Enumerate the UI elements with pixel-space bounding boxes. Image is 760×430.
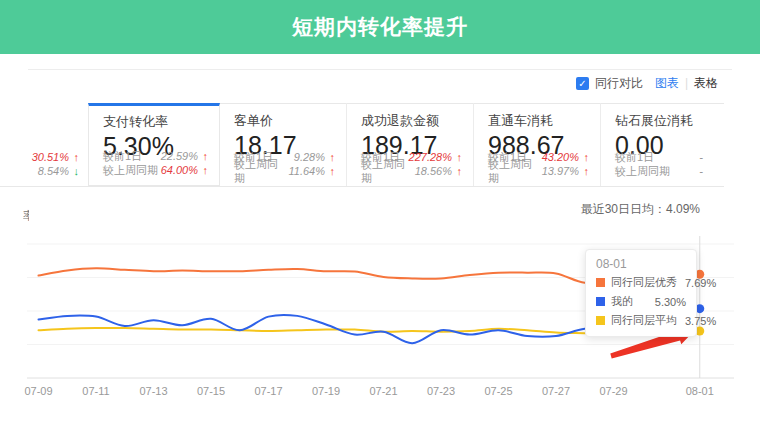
panel-top-divider [28,69,732,70]
metric-delta-row: 30.51% [4,150,79,164]
metric-delta-row: 较上周同期 - [615,164,713,178]
metric-delta-row: 较上周同期 18.56% [361,164,462,178]
x-axis-tick-label: 07-23 [427,385,455,397]
metric-card-avg-order-value[interactable]: 客单价 18.17 较前1日 9.28% 较上周同期 11.64% [220,103,346,186]
metric-title: 钻石展位消耗 [615,112,724,130]
view-toggle-table[interactable]: 表格 [694,75,718,92]
trend-arrow-icon [452,150,462,164]
x-axis-tick-label: 07-17 [254,385,282,397]
metric-title: 支付转化率 [103,113,219,131]
series-swatch-icon [596,297,605,306]
tooltip-row: 同行同层优秀 7.69% [596,275,686,290]
metric-card-refund-amount[interactable]: 成功退款金额 189.17 较前1日 227.28% 较上周同期 18.56% [346,103,473,186]
metric-delta-row: 8.54% [4,164,79,178]
x-axis-tick-label: 07-19 [312,385,340,397]
metric-delta-row: 较上周同期 11.64% [234,164,335,178]
tooltip-row: 同行同层平均 3.75% [596,313,686,328]
metric-delta-row: 较前1日 - [615,150,713,164]
metric-delta-row: 较上周同期 64.00% [103,163,208,177]
chart-tooltip: 08-01 同行同层优秀 7.69% 我的 5.30% 同行同层平均 3.75% [585,249,697,337]
x-axis-tick-label: 07-15 [197,385,225,397]
x-axis-tick-label: 07-29 [599,385,627,397]
trend-arrow-icon [198,163,208,177]
metric-card-ztc-cost[interactable]: 直通车消耗 988.67 较前1日 43.20% 较上周同期 13.97% [473,103,600,186]
x-axis-tick-label: 07-09 [24,385,52,397]
metric-title: 直通车消耗 [488,112,600,130]
trend-arrow-icon [579,164,589,178]
metric-title: 客单价 [234,112,346,130]
view-toggle-chart[interactable]: 图表 [655,75,679,92]
metric-delta-row: 较上周同期 13.97% [488,164,589,178]
series-swatch-icon [596,278,605,287]
metric-card-diamond-cost[interactable]: 钻石展位消耗 0.00 较前1日 - 较上周同期 - [600,103,724,186]
tooltip-row: 我的 5.30% [596,294,686,309]
series-swatch-icon [596,316,605,325]
tooltip-date: 08-01 [596,257,686,271]
trend-arrow-icon [69,164,79,178]
metric-title: 成功退款金额 [361,112,473,130]
trend-arrow-icon [198,149,208,163]
x-axis-tick-label: 07-25 [484,385,512,397]
x-axis-tick-label: 08-01 [686,385,714,397]
metric-cards-row: 30.51% 8.54% 支付转化率 5.30% 较前1日 22.59% 较上周… [0,103,724,187]
trend-arrow-icon [325,164,335,178]
compare-checkbox-icon[interactable]: ✓ [576,77,589,90]
x-axis-tick-label: 07-11 [82,385,109,397]
x-axis-tick-label: 07-27 [542,385,570,397]
trend-arrow-icon [452,164,462,178]
page-title: 短期内转化率提升 [292,13,468,41]
page-banner: 短期内转化率提升 [0,0,760,54]
compare-label: 同行对比 [595,75,643,92]
x-axis-tick-label: 07-13 [139,385,167,397]
metric-card-partial[interactable]: 30.51% 8.54% [0,103,85,186]
metric-card-pay-conversion[interactable]: 支付转化率 5.30% 较前1日 22.59% 较上周同期 64.00% [88,103,220,186]
trend-arrow-icon [69,150,79,164]
view-toggle-divider: | [685,76,688,90]
view-controls: ✓ 同行对比 图表 | 表格 [576,75,718,91]
x-axis-tick-label: 07-21 [369,385,397,397]
metric-delta-row: 较前1日 22.59% [103,149,208,163]
trend-arrow-icon [579,150,589,164]
trend-arrow-icon [325,150,335,164]
